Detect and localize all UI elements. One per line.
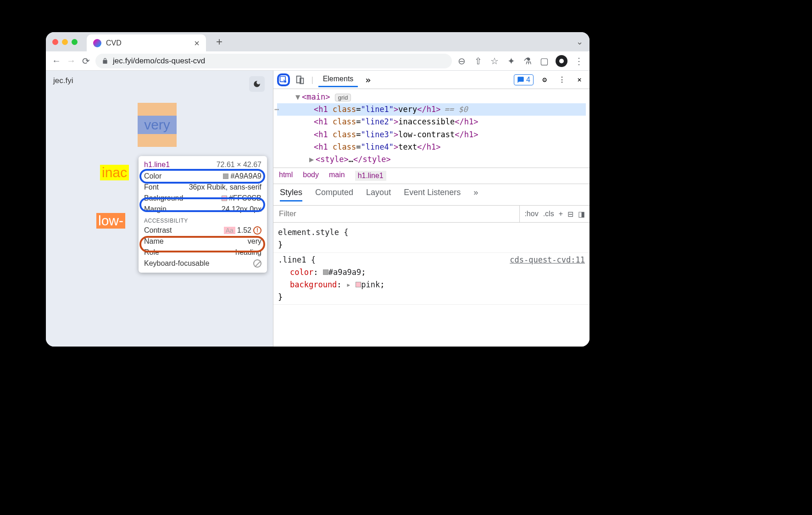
- demo-text-inaccessible: inac: [100, 165, 129, 180]
- reload-button[interactable]: ⟳: [81, 56, 91, 66]
- computed-tab[interactable]: Computed: [315, 188, 353, 202]
- breadcrumbs[interactable]: html body main h1.line1: [273, 168, 590, 184]
- highlight-ring-contrast: [139, 236, 265, 252]
- message-icon: [517, 76, 524, 84]
- filter-input[interactable]: [273, 207, 519, 221]
- devtools-panel: | Elements » 4 ⚙ ⋮ × ▼<main> grid ⋯ <: [273, 71, 590, 347]
- cls-button[interactable]: .cls: [543, 210, 554, 218]
- sidebar-toggle-icon[interactable]: ◨: [578, 210, 585, 218]
- event-listeners-tab[interactable]: Event Listeners: [404, 188, 461, 202]
- contrast-aa-badge: Aa: [224, 227, 235, 234]
- maximize-window-button[interactable]: [72, 39, 78, 45]
- tooltip-font-label: Font: [144, 183, 159, 191]
- demo-block-1: very: [138, 103, 177, 147]
- highlight-ring-color: [139, 169, 265, 184]
- profile-avatar[interactable]: [556, 55, 567, 67]
- toolbar-icons: ⊖ ⇧ ☆ ✦ ⚗ ▢ ⋮: [456, 55, 584, 67]
- devtools-header: | Elements » 4 ⚙ ⋮ ×: [273, 71, 590, 89]
- not-focusable-icon: [253, 259, 261, 268]
- crumb-h1[interactable]: h1.line1: [355, 171, 386, 181]
- warning-icon: !: [253, 226, 261, 235]
- kebab-menu-icon[interactable]: ⋮: [556, 73, 568, 86]
- new-tab-button[interactable]: +: [216, 35, 222, 48]
- close-window-button[interactable]: [52, 39, 58, 45]
- settings-icon[interactable]: ⚙: [538, 73, 551, 86]
- titlebar: CVD × + ⌄: [46, 32, 590, 51]
- elements-tab[interactable]: Elements: [318, 72, 358, 87]
- line1-selector: .line1 {: [278, 255, 316, 264]
- demo-text-low-contrast: low-: [96, 213, 125, 229]
- demo-text-very: very: [138, 116, 177, 134]
- back-button[interactable]: ←: [51, 56, 61, 66]
- moon-icon: [253, 80, 261, 88]
- highlight-ring-background: [139, 197, 265, 212]
- styles-filter-bar: :hov .cls + ⊟ ◨: [273, 206, 590, 223]
- tab-title: CVD: [106, 39, 189, 47]
- url-text: jec.fyi/demo/cds-quest-cvd: [113, 56, 205, 66]
- favicon: [93, 39, 101, 47]
- element-inspector-tooltip: h1.line1 72.61 × 42.67 Color #A9A9A9 Fon…: [139, 156, 267, 273]
- sidepanel-icon[interactable]: ▢: [539, 56, 549, 66]
- tooltip-contrast-label: Contrast: [144, 226, 172, 235]
- bookmark-icon[interactable]: ☆: [489, 56, 500, 66]
- minimize-window-button[interactable]: [62, 39, 68, 45]
- menu-icon[interactable]: ⋮: [574, 56, 584, 66]
- site-name: jec.fyi: [53, 76, 266, 85]
- tooltip-selector: h1.line1: [144, 161, 170, 169]
- css-source-link[interactable]: cds-quest-cvd:11: [510, 254, 585, 266]
- more-tabs-icon[interactable]: »: [362, 73, 374, 86]
- dom-tree[interactable]: ▼<main> grid ⋯ <h1 class="line1">very</h…: [273, 89, 590, 168]
- browser-toolbar: ← → ⟳ jec.fyi/demo/cds-quest-cvd ⊖ ⇧ ☆ ✦…: [46, 51, 590, 71]
- styles-panel[interactable]: element.style { } cds-quest-cvd:11 .line…: [273, 223, 590, 308]
- forward-button[interactable]: →: [66, 56, 76, 66]
- tooltip-font-value: 36px Rubik, sans-serif: [189, 183, 261, 191]
- layout-tab[interactable]: Layout: [366, 188, 391, 202]
- styles-tabs: Styles Computed Layout Event Listeners »: [273, 184, 590, 206]
- close-devtools-icon[interactable]: ×: [573, 73, 586, 86]
- tooltip-kb-label: Keyboard-focusable: [144, 259, 209, 268]
- new-rule-button[interactable]: +: [559, 210, 563, 218]
- share-icon[interactable]: ⇧: [473, 56, 483, 66]
- extensions-icon[interactable]: ✦: [506, 56, 516, 66]
- hov-button[interactable]: :hov: [524, 210, 538, 218]
- address-bar[interactable]: jec.fyi/demo/cds-quest-cvd: [95, 54, 452, 68]
- inspect-element-button[interactable]: [277, 73, 290, 86]
- element-style-selector: element.style {: [278, 228, 349, 237]
- browser-tab[interactable]: CVD ×: [87, 34, 206, 52]
- row-actions-icon[interactable]: ⋯: [274, 103, 279, 116]
- page-viewport: jec.fyi very inac low- h1.line1 72.61 × …: [46, 71, 273, 347]
- tab-dropdown-icon[interactable]: ⌄: [576, 37, 583, 47]
- dark-mode-toggle[interactable]: [249, 76, 265, 92]
- crumb-main[interactable]: main: [329, 171, 345, 181]
- close-tab-icon[interactable]: ×: [194, 38, 200, 49]
- traffic-lights: [52, 39, 78, 45]
- grid-badge[interactable]: grid: [335, 94, 351, 101]
- tooltip-contrast-value: 1.52: [237, 226, 251, 235]
- styles-tab[interactable]: Styles: [280, 188, 302, 202]
- device-toolbar-button[interactable]: [294, 73, 306, 86]
- more-styles-tabs-icon[interactable]: »: [473, 188, 478, 202]
- tooltip-a11y-header: ACCESSIBILITY: [139, 215, 267, 225]
- labs-icon[interactable]: ⚗: [523, 56, 533, 66]
- dom-row-selected: ⋯ <h1 class="line1">very</h1>== $0: [277, 103, 586, 116]
- crumb-html[interactable]: html: [279, 171, 293, 181]
- zoom-icon[interactable]: ⊖: [456, 56, 467, 66]
- messages-badge[interactable]: 4: [514, 74, 534, 85]
- crumb-body[interactable]: body: [303, 171, 319, 181]
- computed-toggle-icon[interactable]: ⊟: [567, 210, 573, 218]
- lock-icon: [102, 58, 108, 64]
- tooltip-dimensions: 72.61 × 42.67: [217, 161, 261, 169]
